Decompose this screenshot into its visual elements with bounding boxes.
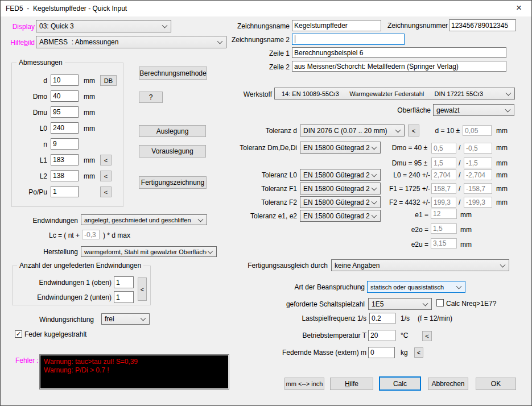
endwindungen-combobox-value: angelegt, geschmiedet und geschliffen bbox=[84, 215, 197, 225]
herstellung-combobox[interactable]: warmgeformt, Stahl mit gewalzter Oberflä… bbox=[81, 246, 217, 257]
toleranz-d-combobox[interactable]: DIN 2076 C (0.07 .. 20 mm) bbox=[300, 125, 405, 136]
l2-transfer-button[interactable]: < bbox=[100, 171, 112, 181]
fertigungsausgleich-label: Fertigungsausgleich durch bbox=[238, 262, 328, 270]
lc-formula-prefix: Lc = ( nt + bbox=[49, 231, 82, 239]
hilfebild-combobox[interactable]: ABMESS : Abmessungen bbox=[36, 36, 226, 48]
masse-input[interactable] bbox=[368, 347, 395, 358]
abmessung-popu-label: Po/Pu bbox=[14, 188, 47, 196]
zeichnungsname-input[interactable] bbox=[292, 20, 381, 31]
warning-line: Warnung: P/Di > 0.7 ! bbox=[44, 366, 228, 375]
windungsrichtung-combobox[interactable]: frei bbox=[101, 313, 150, 325]
schaltspielzahl-combobox-value: 1E5 bbox=[372, 299, 422, 309]
toleranz-dm-combobox-value: EN 15800 Gütegrad 2 bbox=[303, 142, 370, 153]
zeichnungsname2-input[interactable] bbox=[292, 34, 405, 45]
help-question-button[interactable]: ? bbox=[139, 92, 163, 103]
beanspruchung-combobox[interactable]: statisch oder quasistatisch bbox=[367, 281, 465, 293]
dmu-slash: / bbox=[459, 159, 463, 167]
zeichnungsnummer-input[interactable] bbox=[449, 19, 516, 31]
lastspielfrequenz-note: (f = 12/min) bbox=[418, 314, 469, 322]
chevron-down-icon bbox=[505, 106, 511, 112]
toleranz-d-plus-field bbox=[463, 125, 492, 136]
f1-equation: F1 = 1725 +/- bbox=[370, 185, 430, 193]
chevron-down-icon bbox=[456, 283, 462, 289]
toleranz-l0-combobox-value: EN 15800 Gütegrad 2 bbox=[303, 169, 370, 180]
hilfe-button[interactable]: Hilfe bbox=[330, 378, 373, 390]
e2o-equation: e2o = bbox=[399, 226, 428, 234]
warning-line: Warnung: tauc>tau zul! S=0,39 bbox=[44, 358, 228, 366]
vorauslegung-button[interactable]: Vorauslegung bbox=[139, 145, 206, 158]
toleranz-dm-combobox[interactable]: EN 15800 Gütegrad 2 bbox=[300, 142, 381, 154]
abmessung-d-input[interactable] bbox=[51, 74, 79, 86]
abmessung-l2-label: L2 bbox=[18, 172, 47, 180]
windungsrichtung-label: Windungsrichtung bbox=[35, 316, 94, 324]
abmessung-dmo-input[interactable] bbox=[51, 90, 79, 102]
ok-button[interactable]: OK bbox=[476, 378, 516, 390]
auslegung-button[interactable]: Auslegung bbox=[139, 125, 206, 137]
chevron-down-icon bbox=[198, 216, 204, 222]
f1-slash: / bbox=[459, 185, 463, 193]
oberflaeche-label: Oberfläche bbox=[393, 106, 431, 114]
dmu-minus-field bbox=[464, 158, 492, 168]
fertigungsausgleich-combobox[interactable]: keine Angaben bbox=[331, 259, 509, 271]
dmu-equation: Dmu = 95 ± bbox=[370, 159, 427, 167]
abmessung-l0-unit: mm bbox=[84, 125, 98, 132]
db-button[interactable]: DB bbox=[100, 75, 117, 86]
endwindungen-transfer-button[interactable]: < bbox=[138, 277, 147, 301]
close-icon[interactable]: × bbox=[513, 2, 525, 14]
abmessung-n-input[interactable] bbox=[51, 138, 79, 150]
toleranz-e-combobox-value: EN 15800 Gütegrad 2 bbox=[303, 210, 370, 221]
display-label: Display bbox=[11, 23, 35, 31]
chevron-down-icon bbox=[500, 262, 506, 267]
toleranz-f2-combobox-value: EN 15800 Gütegrad 2 bbox=[303, 197, 370, 208]
toleranz-f1-combobox-value: EN 15800 Gütegrad 2 bbox=[303, 183, 370, 194]
windungsrichtung-combobox-value: frei bbox=[105, 314, 139, 324]
fertigungszeichnung-button[interactable]: Fertigungszeichnung bbox=[139, 176, 207, 189]
toleranz-f2-combobox[interactable]: EN 15800 Gütegrad 2 bbox=[300, 196, 381, 208]
lastspielfrequenz-unit: 1/s bbox=[401, 314, 415, 322]
dmu-unit: mm bbox=[496, 159, 511, 167]
abmessung-l0-input[interactable] bbox=[51, 122, 79, 134]
zeichnungsnummer-label: Zeichnungsnummer bbox=[387, 22, 444, 30]
dialog-window: FED5 - Kegelstumpffeder - Quick Input × … bbox=[0, 0, 532, 406]
toleranz-e-combobox[interactable]: EN 15800 Gütegrad 2 bbox=[300, 210, 381, 222]
lc-formula-suffix: ) * d max bbox=[103, 231, 143, 239]
zeile2-label: Zeile 2 bbox=[263, 63, 290, 71]
endwindungen2-input[interactable] bbox=[114, 291, 134, 303]
abbrechen-button[interactable]: Abbrechen bbox=[428, 378, 468, 390]
oberflaeche-combobox[interactable]: gewalzt bbox=[433, 104, 514, 116]
display-combobox[interactable]: 03: Quick 3 bbox=[36, 20, 171, 32]
masse-transfer-button[interactable]: < bbox=[414, 347, 423, 358]
toleranz-l0-label: Toleranz L0 bbox=[240, 171, 297, 179]
abmessung-dmo-unit: mm bbox=[84, 93, 98, 101]
chevron-down-icon bbox=[372, 212, 377, 218]
zeile2-input[interactable] bbox=[292, 61, 506, 72]
zeichnungsname2-label: Zeichnungsname 2 bbox=[228, 36, 290, 44]
mm-inch-button[interactable]: mm <--> inch bbox=[284, 378, 324, 390]
endwindungen-combobox[interactable]: angelegt, geschmiedet und geschliffen bbox=[81, 214, 207, 225]
schaltspielzahl-combobox[interactable]: 1E5 bbox=[368, 298, 432, 310]
werkstoff-combobox[interactable]: 14: EN 10089-55Cr3 Warmgewalzter Federst… bbox=[274, 88, 515, 100]
zeile1-input[interactable] bbox=[292, 47, 506, 58]
herstellung-combobox-value: warmgeformt, Stahl mit gewalzter Oberflä… bbox=[84, 247, 207, 256]
zeile1-label: Zeile 1 bbox=[263, 49, 290, 57]
toleranz-l0-combobox[interactable]: EN 15800 Gütegrad 2 bbox=[300, 169, 381, 181]
l1-transfer-button[interactable]: < bbox=[100, 155, 112, 165]
endwindungen1-input[interactable] bbox=[114, 276, 134, 288]
werkstoff-combobox-value: 14: EN 10089-55Cr3 Warmgewalzter Federst… bbox=[282, 88, 505, 99]
calc-button[interactable]: Calc bbox=[379, 376, 421, 391]
toleranz-f1-combobox[interactable]: EN 15800 Gütegrad 2 bbox=[300, 183, 381, 194]
betriebstemperatur-transfer-button[interactable]: < bbox=[422, 331, 432, 341]
abmessung-l2-input[interactable] bbox=[51, 170, 79, 181]
toleranz-e-label: Toleranz e1, e2 bbox=[240, 212, 297, 220]
lastspielfrequenz-input[interactable] bbox=[369, 313, 395, 324]
abmessung-dmu-input[interactable] bbox=[51, 106, 79, 118]
abmessung-l1-input[interactable] bbox=[51, 154, 79, 165]
betriebstemperatur-input[interactable] bbox=[368, 330, 395, 341]
kugelgestrahlt-checkbox[interactable] bbox=[15, 330, 22, 338]
calc-nreq-checkbox[interactable] bbox=[436, 299, 444, 306]
toleranz-d-equation: d = 10 ± bbox=[399, 127, 460, 135]
popu-transfer-button[interactable]: < bbox=[100, 187, 112, 197]
abmessung-popu-input[interactable] bbox=[51, 186, 79, 197]
berechnungsmethode-button[interactable]: Berechnungsmethode bbox=[139, 67, 207, 80]
f1-unit: mm bbox=[496, 185, 511, 193]
